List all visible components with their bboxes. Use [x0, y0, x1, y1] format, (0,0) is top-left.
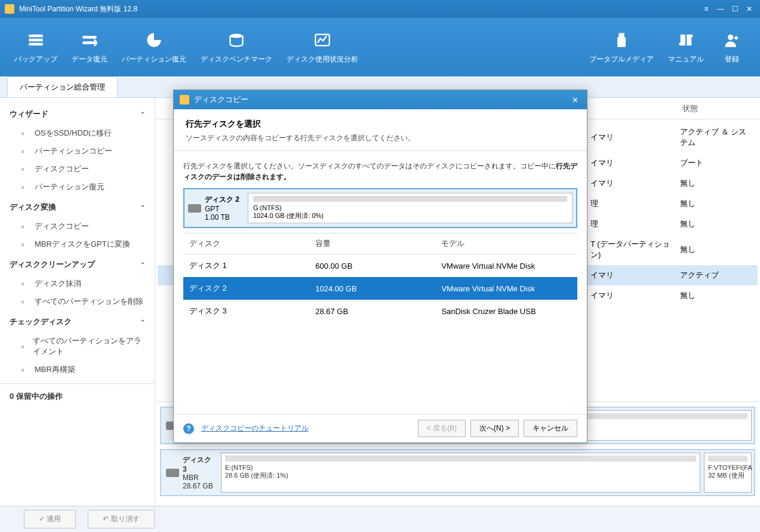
- row-type: イマリ: [586, 270, 675, 281]
- disk-copy-dialog: ディスクコピー ✕ 行先ディスクを選択 ソースディスクの内容をコピーする行先ディ…: [173, 90, 587, 443]
- sidebar-item-label: パーティションコピー: [35, 146, 112, 156]
- partition-label: F:VTOYEFI(FA: [708, 464, 747, 471]
- usage-icon: [313, 30, 332, 50]
- row-type: 理: [586, 198, 675, 209]
- toolbar-disk-usage-button[interactable]: ディスク使用状況分析: [279, 26, 365, 69]
- svg-point-5: [230, 33, 243, 38]
- row-status: アクティブ: [675, 270, 753, 281]
- item-icon: ▫: [21, 147, 30, 155]
- svg-rect-3: [82, 36, 96, 39]
- col-model: モデル: [435, 233, 577, 254]
- item-icon: ▫: [21, 165, 30, 173]
- disk-map-row-3[interactable]: ディスク 3 MBR 28.67 GB E:(NTFS) 28.6 GB (使用…: [160, 449, 755, 496]
- chevron-up-icon: ⌃: [140, 111, 145, 118]
- toolbar-partition-recovery-button[interactable]: パーティション復元: [115, 26, 193, 69]
- sidebar-item[interactable]: ▫パーティションコピー: [0, 142, 155, 160]
- disk-option-row[interactable]: ディスク 1600.00 GBVMware Virtual NVMe Disk: [183, 254, 577, 278]
- sidebar-group[interactable]: チェックディスク⌃: [0, 310, 155, 332]
- user-add-icon: [722, 30, 741, 50]
- partition-label: E:(NTFS): [225, 464, 696, 471]
- toolbar-label: バックアップ: [14, 54, 57, 64]
- dialog-logo-icon: [180, 95, 189, 104]
- svg-rect-7: [619, 33, 624, 37]
- sidebar-item[interactable]: ▫MBR再構築: [0, 361, 155, 379]
- row-type: イマリ: [586, 158, 675, 168]
- sidebar-group[interactable]: ディスク変換⌃: [0, 196, 155, 217]
- sidebar-item[interactable]: ▫ディスクコピー: [0, 217, 155, 235]
- partition-recovery-icon: [144, 30, 164, 50]
- cell-disk: ディスク 1: [183, 254, 309, 278]
- sidebar-item-label: すべてのパーティションをアライメント: [33, 336, 145, 357]
- sidebar-group[interactable]: ディスククリーンアップ⌃: [0, 253, 155, 275]
- tab-partition-management[interactable]: パーティション総合管理: [7, 76, 118, 97]
- sidebar-item[interactable]: ▫MBRディスクをGPTに変換: [0, 235, 155, 253]
- col-capacity: 容量: [309, 233, 435, 254]
- toolbar-disk-benchmark-button[interactable]: ディスクベンチマーク: [193, 26, 279, 69]
- toolbar-register-button[interactable]: 登録: [711, 26, 753, 69]
- preview-disk-type: GPT: [205, 205, 239, 213]
- svg-rect-1: [29, 38, 42, 41]
- partition-size: 32 MB (使用: [708, 471, 747, 480]
- item-icon: ▫: [21, 222, 30, 230]
- sidebar-item[interactable]: ▫ディスクコピー: [0, 160, 155, 178]
- preview-disk-size: 1.00 TB: [205, 213, 239, 222]
- preview-disk-name: ディスク 2: [205, 195, 239, 205]
- toolbar-label: ブータブルメディア: [589, 54, 654, 64]
- toolbar-data-recovery-button[interactable]: データ復元: [64, 26, 115, 69]
- dialog-note: 行先ディスクを選択してください。ソースディスクのすべてのデータはそのディスクにコ…: [183, 161, 577, 182]
- disk-option-row[interactable]: ディスク 328.67 GBSanDisk Cruzer Blade USB: [183, 300, 577, 322]
- dialog-close-button[interactable]: ✕: [569, 94, 581, 106]
- maximize-icon[interactable]: ☐: [729, 3, 741, 15]
- dialog-titlebar: ディスクコピー ✕: [174, 90, 587, 109]
- toolbar-label: マニュアル: [668, 54, 704, 64]
- svg-rect-2: [29, 42, 42, 45]
- sidebar-item[interactable]: ▫すべてのパーティションを削除: [0, 293, 155, 310]
- item-icon: ▫: [21, 297, 30, 306]
- sidebar-item-label: パーティション復元: [35, 182, 104, 192]
- partition-block[interactable]: F:VTOYEFI(FA 32 MB (使用: [704, 453, 752, 493]
- toolbar-manual-button[interactable]: マニュアル: [661, 26, 711, 69]
- toolbar-backup-button[interactable]: バックアップ: [7, 26, 64, 69]
- sidebar-item-label: MBR再構築: [35, 364, 75, 375]
- disk-option-row[interactable]: ディスク 21024.00 GBVMware Virtual NVMe Disk: [183, 277, 577, 300]
- cancel-button[interactable]: キャンセル: [524, 420, 577, 437]
- cell-model: SanDisk Cruzer Blade USB: [435, 300, 577, 322]
- next-button[interactable]: 次へ(N) >: [470, 420, 519, 437]
- menu-icon[interactable]: ≡: [700, 3, 712, 15]
- chevron-up-icon: ⌃: [140, 262, 145, 268]
- partition-block[interactable]: E:(NTFS) 28.6 GB (使用済: 1%): [221, 453, 700, 493]
- sidebar-item[interactable]: ▫OSをSSD/HDDに移行: [0, 124, 155, 142]
- row-status: 無し: [675, 178, 753, 189]
- toolbar-label: ディスク使用状況分析: [287, 54, 358, 64]
- toolbar-label: ディスクベンチマーク: [201, 54, 272, 64]
- disk-icon: [166, 469, 179, 477]
- sidebar-item[interactable]: ▫パーティション復元: [0, 178, 155, 196]
- app-title: MiniTool Partition Wizard 無料版 12.8: [19, 4, 698, 14]
- help-icon[interactable]: ?: [183, 423, 194, 434]
- preview-part-size: 1024.0 GB (使用済: 0%): [253, 211, 567, 220]
- row-status: 無し: [675, 219, 753, 229]
- sidebar-item[interactable]: ▫ディスク抹消: [0, 275, 155, 293]
- disk-select-table: ディスク 容量 モデル ディスク 1600.00 GBVMware Virtua…: [183, 233, 577, 322]
- sidebar-group[interactable]: ウィザード⌃: [0, 103, 155, 124]
- back-button[interactable]: < 戻る(B): [418, 420, 466, 437]
- disk-icon: [188, 204, 201, 213]
- close-icon[interactable]: ✕: [743, 3, 755, 15]
- sidebar-item[interactable]: ▫すべてのパーティションをアライメント: [0, 332, 155, 361]
- toolbar-label: データ復元: [72, 54, 107, 64]
- minimize-icon[interactable]: —: [715, 3, 727, 15]
- row-status: ブート: [675, 158, 753, 168]
- pending-operations: 0 保留中の操作: [0, 383, 155, 409]
- tutorial-link[interactable]: ディスクコピーのチュートリアル: [201, 423, 309, 433]
- item-icon: ▫: [21, 342, 28, 350]
- preview-partition: G:(NTFS) 1024.0 GB (使用済: 0%): [248, 193, 573, 223]
- row-type: T (データパーティション): [586, 239, 675, 260]
- apply-button[interactable]: ✓ 適用: [24, 510, 76, 528]
- row-type: 理: [586, 219, 675, 229]
- undo-button[interactable]: ↶ 取り消す: [88, 510, 154, 528]
- cell-capacity: 28.67 GB: [309, 300, 435, 322]
- col-status: 状態: [678, 103, 755, 114]
- preview-part-label: G:(NTFS): [253, 204, 567, 211]
- toolbar-bootable-media-button[interactable]: ブータブルメディア: [582, 26, 661, 69]
- col-disk: ディスク: [183, 233, 309, 254]
